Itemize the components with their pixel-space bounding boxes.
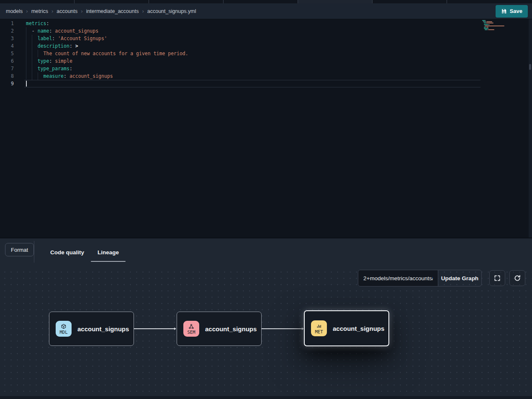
minimap-line bbox=[486, 27, 489, 28]
code-line[interactable]: type: simple bbox=[26, 57, 188, 65]
minimap-line bbox=[488, 29, 494, 30]
breadcrumb-item[interactable]: metrics bbox=[31, 8, 48, 14]
lineage-edge bbox=[262, 328, 303, 329]
code-line[interactable] bbox=[26, 80, 188, 87]
line-number: 9 bbox=[0, 80, 14, 87]
line-number: 3 bbox=[0, 35, 14, 42]
minimap-line bbox=[486, 23, 486, 23]
breadcrumb-item[interactable]: intermediate_accounts bbox=[86, 8, 139, 14]
editor-tab-slot[interactable] bbox=[75, 0, 149, 3]
minimap[interactable] bbox=[482, 20, 527, 45]
line-number: 4 bbox=[0, 42, 14, 50]
editor-tab-slot-active[interactable] bbox=[298, 0, 373, 3]
node-badge-label: MDL bbox=[60, 330, 68, 335]
minimap-line bbox=[484, 24, 488, 25]
fullscreen-icon bbox=[493, 274, 501, 282]
cube-icon bbox=[60, 323, 67, 330]
editor-tab-slot[interactable] bbox=[447, 0, 532, 3]
breadcrumb-separator-icon: › bbox=[81, 8, 82, 14]
fullscreen-button[interactable] bbox=[489, 270, 505, 286]
code-editor[interactable]: 123456789 metrics: - name: account_signu… bbox=[0, 19, 532, 238]
tab-divider bbox=[34, 241, 34, 263]
lineage-node-mdl[interactable]: MDLaccount_signups bbox=[49, 312, 134, 346]
code-content[interactable]: metrics: - name: account_signups label: … bbox=[26, 20, 188, 87]
panel-tabs: Code qualityLineage bbox=[44, 238, 126, 266]
breadcrumb-item[interactable]: models bbox=[6, 8, 23, 14]
minimap-line bbox=[485, 20, 486, 21]
breadcrumb-bar: models›metrics›accounts›intermediate_acc… bbox=[0, 3, 532, 19]
panel-tab-row: Format Code qualityLineage bbox=[0, 238, 532, 266]
editor-tab-slot[interactable] bbox=[224, 0, 298, 3]
node-label: account_signups bbox=[77, 325, 129, 332]
lineage-graph-canvas[interactable]: Update Graph MDLaccount_signupsSEMaccoun… bbox=[0, 266, 532, 396]
line-number: 7 bbox=[0, 65, 14, 72]
update-graph-button[interactable]: Update Graph bbox=[438, 270, 481, 286]
breadcrumb-separator-icon: › bbox=[142, 8, 144, 14]
minimap-line bbox=[485, 26, 505, 26]
editor-tab-strip bbox=[0, 0, 532, 3]
line-number: 1 bbox=[0, 20, 14, 27]
bottom-panel: Format Code qualityLineage Update Graph bbox=[0, 238, 532, 399]
line-number: 8 bbox=[0, 72, 14, 80]
node-badge-mdl: MDL bbox=[56, 321, 72, 337]
minimap-line bbox=[488, 28, 488, 29]
node-label: account_signups bbox=[333, 325, 384, 332]
minimap-line bbox=[484, 23, 486, 23]
lineage-edge bbox=[134, 328, 176, 329]
code-line[interactable]: measure: account_signups bbox=[26, 72, 188, 80]
refresh-icon bbox=[514, 274, 521, 282]
refresh-button[interactable] bbox=[509, 270, 525, 286]
editor-scrollbar[interactable] bbox=[529, 19, 532, 238]
minimap-line bbox=[488, 24, 488, 25]
scrollbar-thumb[interactable] bbox=[529, 64, 531, 70]
node-badge-label: SEM bbox=[188, 330, 195, 335]
panel-tab-lineage[interactable]: Lineage bbox=[91, 238, 126, 266]
breadcrumb-separator-icon: › bbox=[26, 8, 28, 14]
code-line[interactable]: type_params: bbox=[26, 65, 188, 72]
code-line[interactable]: description: > bbox=[26, 42, 188, 50]
node-label: account_signups bbox=[205, 325, 257, 332]
semantic-graph-icon bbox=[188, 323, 195, 330]
graph-selector-group: Update Graph bbox=[358, 270, 482, 286]
node-badge-sem: SEM bbox=[183, 321, 199, 337]
minimap-line bbox=[484, 28, 488, 29]
line-number: 5 bbox=[0, 50, 14, 57]
node-badge-label: MET bbox=[315, 330, 323, 334]
editor-tab-slot[interactable] bbox=[149, 0, 224, 3]
save-icon bbox=[501, 8, 507, 14]
bar-chart-icon bbox=[316, 323, 322, 330]
save-button[interactable]: Save bbox=[496, 5, 528, 18]
code-line[interactable]: - name: account_signups bbox=[26, 27, 188, 35]
breadcrumb-item[interactable]: accounts bbox=[57, 8, 77, 14]
line-number: 2 bbox=[0, 27, 14, 35]
minimap-line bbox=[486, 21, 492, 22]
editor-tab-slot[interactable] bbox=[0, 0, 75, 3]
node-selector-input[interactable] bbox=[358, 270, 438, 286]
minimap-line bbox=[486, 23, 493, 23]
lineage-node-met[interactable]: METaccount_signups bbox=[304, 310, 389, 346]
minimap-line bbox=[485, 29, 488, 30]
breadcrumb-separator-icon: › bbox=[51, 8, 53, 14]
panel-tab-code-quality[interactable]: Code quality bbox=[44, 238, 91, 266]
code-line[interactable]: label: 'Account Signups' bbox=[26, 35, 188, 42]
minimap-line bbox=[486, 21, 486, 22]
panel-bottom-strip bbox=[0, 396, 532, 399]
code-line[interactable]: The count of new accounts for a given ti… bbox=[26, 50, 188, 57]
lineage-node-sem[interactable]: SEMaccount_signups bbox=[177, 312, 262, 346]
line-number-gutter: 123456789 bbox=[0, 20, 14, 87]
minimap-line bbox=[482, 20, 485, 21]
format-button[interactable]: Format bbox=[5, 243, 34, 256]
line-number: 6 bbox=[0, 57, 14, 65]
breadcrumb: models›metrics›accounts›intermediate_acc… bbox=[6, 8, 196, 14]
node-badge-met: MET bbox=[311, 320, 327, 336]
minimap-line bbox=[486, 27, 486, 28]
save-button-label: Save bbox=[510, 8, 522, 14]
code-line[interactable]: metrics: bbox=[26, 20, 188, 27]
minimap-line bbox=[487, 29, 488, 30]
minimap-line bbox=[489, 24, 489, 25]
breadcrumb-item[interactable]: account_signups.yml bbox=[147, 8, 196, 14]
editor-tab-slot[interactable] bbox=[373, 0, 447, 3]
